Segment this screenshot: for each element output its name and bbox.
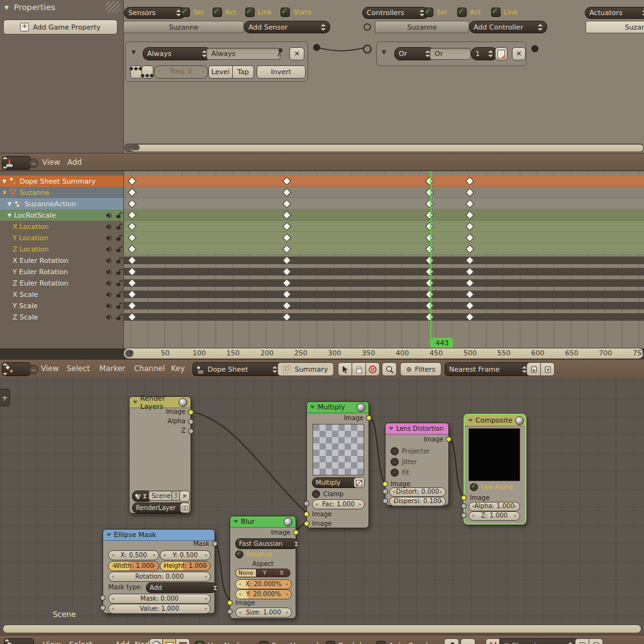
mute-icon[interactable] <box>106 246 113 253</box>
expand-triangle[interactable]: ▼ <box>3 179 6 184</box>
controller-delete-button[interactable]: ✕ <box>512 47 526 60</box>
mute-icon[interactable] <box>106 280 113 287</box>
compositing-nodes-button[interactable] <box>162 638 177 644</box>
unlink-scene-button[interactable]: ✕ <box>179 491 190 502</box>
lock-open-icon[interactable] <box>116 291 123 298</box>
collapse-menus-button[interactable]: − <box>29 365 38 374</box>
dopesheet-mode-dropdown[interactable]: Dope Sheet <box>192 362 282 376</box>
aspect-x-button[interactable]: X <box>274 569 291 577</box>
controller-collapse-triangle[interactable]: ▼ <box>382 49 386 55</box>
logic-scrollbar-handle[interactable] <box>130 144 644 152</box>
channel-row-y-location[interactable]: Y Location <box>0 232 123 243</box>
controllers-toggle-link[interactable]: ✓ Link <box>491 8 518 17</box>
texture-nodes-button[interactable] <box>175 638 190 644</box>
aspect-none-button[interactable]: None <box>235 569 257 577</box>
transform-markers-button[interactable] <box>338 362 352 376</box>
projector-checkbox-row[interactable]: Projector <box>391 447 430 455</box>
output-socket-alpha[interactable] <box>188 419 194 425</box>
expand-triangle[interactable]: ▼ <box>8 201 11 207</box>
rerender-layer-button[interactable] <box>180 502 190 513</box>
clipping-swatch-button[interactable] <box>353 477 365 488</box>
checkbox-unchecked[interactable] <box>391 458 399 466</box>
channel-row-x-euler-rotation[interactable]: X Euler Rotation <box>0 255 123 266</box>
lock-open-icon[interactable] <box>116 269 123 275</box>
node-editor-hscrollbar[interactable] <box>3 625 641 633</box>
free-unused-toggle[interactable]: Free Unused <box>259 641 319 644</box>
mask-slider[interactable]: Mask: 0.000 <box>108 594 211 604</box>
controller-name-field[interactable]: Or <box>430 48 471 60</box>
collapse-icon[interactable] <box>389 427 394 433</box>
output-socket-image[interactable] <box>446 436 452 442</box>
input-socket-mask[interactable] <box>100 595 106 601</box>
channel-row-suzanneaction[interactable]: ▼ SuzanneAction <box>0 198 123 209</box>
controller-mark-button[interactable] <box>495 47 508 60</box>
controller-state-socket[interactable] <box>364 23 371 31</box>
fac-slider[interactable]: Fac: 1.000 <box>312 499 365 509</box>
input-socket-size[interactable] <box>227 609 233 614</box>
relative-checkbox-row[interactable]: ✓ Relative <box>235 550 272 558</box>
channel-row-x-scale[interactable]: X Scale <box>0 289 123 300</box>
input-socket-z[interactable] <box>461 513 467 518</box>
snap-toggle-button[interactable] <box>486 638 501 644</box>
checkbox-unchecked[interactable] <box>259 641 269 644</box>
height-slider[interactable]: Height: 1.000 <box>160 561 211 571</box>
render-layer-dropdown[interactable]: RenderLayer <box>132 502 187 513</box>
logic-scrollbar-trough[interactable] <box>124 143 644 152</box>
auto-render-toggle[interactable]: Auto Render <box>376 641 435 644</box>
controller-state-stepper[interactable]: 1 <box>471 47 497 60</box>
node-editor-canvas[interactable]: + Render Layers Image Alpha Z Scene 3 ✕ … <box>0 377 644 635</box>
input-socket-distort[interactable] <box>382 489 388 494</box>
checkbox-checked[interactable]: ✓ <box>491 8 501 17</box>
channel-row-dope-sheet-summary[interactable]: ▼ Dope Sheet Summary <box>0 175 123 187</box>
mask-type-dropdown[interactable]: Add <box>146 582 217 593</box>
channel-row-suzanne[interactable]: ▼ Suzanne <box>0 187 123 198</box>
node-blur[interactable]: Blur Image Fast Gaussian ✓ Relative Aspe… <box>230 516 296 619</box>
controller-block-or[interactable]: ▼ Or Or 1 ✕ <box>376 42 526 66</box>
lock-open-icon[interactable] <box>116 246 123 253</box>
channel-row-z-location[interactable]: Z Location <box>0 243 123 255</box>
checkbox-checked[interactable]: ✓ <box>457 8 467 17</box>
input-socket-value[interactable] <box>100 605 106 611</box>
channel-row-x-location[interactable]: X Location <box>0 221 123 232</box>
panel-resize-grip[interactable] <box>106 1 119 13</box>
zoom-tool-button[interactable] <box>382 362 397 376</box>
aspect-y-button[interactable]: Y <box>257 569 274 577</box>
output-socket-image[interactable] <box>188 409 194 415</box>
lock-open-icon[interactable] <box>116 314 123 321</box>
menu-add[interactable]: Add <box>67 158 82 167</box>
input-socket-alpha[interactable] <box>461 503 467 509</box>
input-socket-image[interactable] <box>461 495 467 501</box>
use-nodes-toggle[interactable]: ✓ Use Nodes <box>195 641 248 644</box>
blend-mode-dropdown[interactable]: Multiply <box>312 477 360 488</box>
node-ellipse-mask[interactable]: Ellipse Mask Mask X: 0.500 Y: 0.500 Widt… <box>103 529 215 614</box>
node-multiply[interactable]: Multiply Image Multiply Clamp Fac: 1.000… <box>306 401 369 528</box>
editor-type-dropdown[interactable] <box>2 156 31 170</box>
collapse-menus-button[interactable]: − <box>29 158 38 168</box>
channel-row-locrotscale[interactable]: ▼ LocRotScale <box>0 209 123 221</box>
use-alpha-checkbox-row[interactable]: ✓ Use Alpha <box>470 483 513 491</box>
mute-icon[interactable] <box>106 223 113 230</box>
clamp-checkbox-row[interactable]: Clamp <box>312 490 343 497</box>
blur-y-slider[interactable]: Y: 20.000% <box>235 589 292 599</box>
collapse-icon[interactable] <box>310 406 315 411</box>
value-slider[interactable]: Value: 1.000 <box>108 604 211 614</box>
menu-marker[interactable]: Marker <box>99 364 125 373</box>
controllers-filter-dropdown[interactable]: Controllers <box>362 7 429 19</box>
controllers-object-name[interactable]: Suzanne <box>375 21 469 33</box>
channel-row-z-scale[interactable]: Z Scale <box>0 311 123 323</box>
editor-type-dropdown[interactable] <box>2 362 31 376</box>
output-socket-image[interactable] <box>293 530 299 535</box>
actuators-object-name[interactable]: Suzanne <box>586 21 644 33</box>
lock-open-icon[interactable] <box>116 212 123 219</box>
menu-view[interactable]: View <box>43 640 60 644</box>
menu-view[interactable]: View <box>41 364 58 373</box>
shader-nodes-button[interactable] <box>149 638 164 644</box>
checkbox-unchecked[interactable] <box>391 447 399 455</box>
input-socket-image[interactable] <box>382 481 388 487</box>
jitter-checkbox-row[interactable]: Jitter <box>391 458 417 465</box>
menu-add[interactable]: Add <box>115 640 130 644</box>
mute-icon[interactable] <box>106 269 113 275</box>
distort-slider[interactable]: Distort: 0.000 <box>389 487 446 497</box>
pin-button[interactable] <box>444 638 459 644</box>
menu-select[interactable]: Select <box>69 640 92 644</box>
